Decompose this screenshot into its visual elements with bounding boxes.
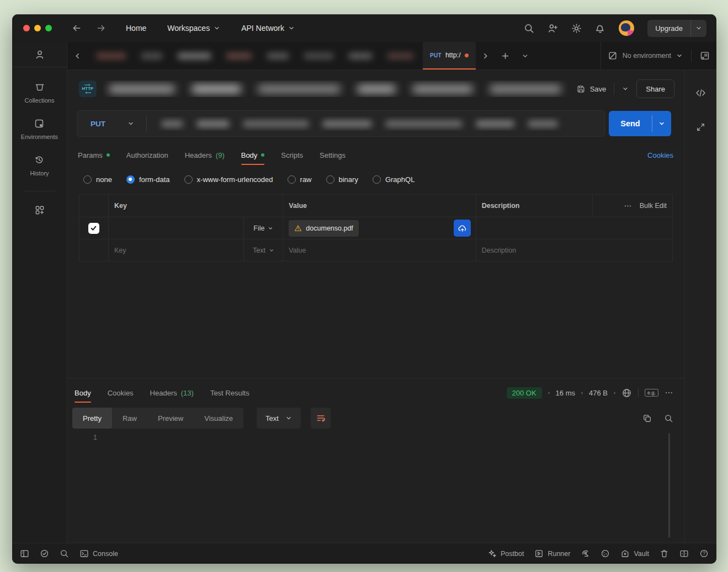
- more-options-icon[interactable]: [665, 388, 673, 397]
- search-icon[interactable]: [664, 414, 673, 423]
- tab-params[interactable]: Params: [78, 151, 110, 159]
- type-select[interactable]: File: [244, 217, 283, 239]
- radio-binary[interactable]: binary: [326, 175, 358, 184]
- sidebar-item-history[interactable]: History: [30, 154, 49, 177]
- radio-graphql[interactable]: GraphQL: [373, 175, 415, 184]
- next-tab-icon[interactable]: [476, 42, 496, 70]
- add-tools-icon[interactable]: [34, 205, 45, 216]
- checkpoint-icon[interactable]: [40, 549, 49, 558]
- view-raw[interactable]: Raw: [112, 408, 147, 429]
- active-request-tab[interactable]: PUT http:/: [423, 42, 476, 70]
- settings-icon[interactable]: [571, 23, 582, 34]
- search-icon[interactable]: [60, 549, 69, 558]
- upgrade-button[interactable]: Upgrade: [647, 20, 706, 37]
- zoom-window-button[interactable]: [45, 25, 52, 31]
- api-network-menu[interactable]: API Network: [241, 24, 295, 33]
- back-icon[interactable]: [72, 23, 82, 33]
- radio-raw[interactable]: raw: [288, 175, 312, 184]
- copy-icon[interactable]: [642, 414, 652, 423]
- environment-selector[interactable]: No environment: [623, 52, 671, 60]
- close-window-button[interactable]: [23, 25, 30, 31]
- cookies-link[interactable]: Cookies: [647, 151, 673, 159]
- invite-user-icon[interactable]: [548, 23, 558, 34]
- cookies-icon[interactable]: [601, 549, 610, 558]
- workspaces-menu[interactable]: Workspaces: [167, 24, 220, 33]
- runner-button[interactable]: Runner: [534, 549, 570, 558]
- sidebar-item-collections[interactable]: Collections: [25, 82, 55, 104]
- save-button[interactable]: Save: [590, 85, 607, 93]
- send-button[interactable]: Send: [609, 111, 671, 136]
- method-selector[interactable]: PUT: [77, 120, 105, 128]
- language-select[interactable]: Text: [257, 408, 301, 429]
- environment-chevron-icon[interactable]: [676, 52, 683, 59]
- upgrade-options-chevron-icon[interactable]: [691, 25, 706, 31]
- user-icon[interactable]: [34, 49, 45, 60]
- row-checkbox-cell[interactable]: [79, 217, 109, 239]
- value-cell[interactable]: Value: [283, 239, 476, 261]
- upload-file-button[interactable]: [454, 220, 471, 237]
- tab-headers[interactable]: Headers(9): [185, 151, 225, 159]
- tab-authorization[interactable]: Authorization: [126, 151, 168, 159]
- send-options-chevron-icon[interactable]: [652, 111, 671, 136]
- redacted-tabs[interactable]: [87, 42, 423, 70]
- code-snippet-icon[interactable]: [695, 88, 706, 98]
- scrollbar[interactable]: [668, 433, 670, 538]
- expand-icon[interactable]: [696, 122, 705, 132]
- response-tab-test-results[interactable]: Test Results: [210, 389, 249, 397]
- prev-tab-icon[interactable]: [67, 42, 87, 70]
- response-tab-headers[interactable]: Headers(13): [150, 389, 194, 397]
- help-icon[interactable]: ?: [699, 549, 709, 558]
- wrap-lines-icon[interactable]: [311, 408, 331, 429]
- row-checkbox-cell[interactable]: [79, 239, 109, 261]
- response-size[interactable]: 476 B: [589, 389, 608, 397]
- type-select[interactable]: Text: [244, 239, 283, 261]
- description-cell[interactable]: [476, 217, 672, 239]
- status-badge[interactable]: 200 OK: [507, 387, 542, 399]
- tab-scripts[interactable]: Scripts: [281, 151, 303, 159]
- view-preview[interactable]: Preview: [147, 408, 194, 429]
- key-cell[interactable]: Key: [109, 239, 245, 261]
- checkbox-checked-icon[interactable]: [88, 223, 99, 234]
- vault-button[interactable]: Vault: [620, 549, 649, 558]
- radio-x-www-form-urlencoded[interactable]: x-www-form-urlencoded: [184, 175, 273, 184]
- save-as-example-icon[interactable]: e.g.: [645, 389, 658, 397]
- two-pane-icon[interactable]: [679, 549, 689, 558]
- toggle-sidebar-icon[interactable]: [20, 549, 29, 558]
- view-visualize[interactable]: Visualize: [194, 408, 243, 429]
- capture-requests-icon[interactable]: [581, 549, 590, 558]
- response-time[interactable]: 16 ms: [556, 389, 575, 397]
- radio-form-data[interactable]: form-data: [126, 175, 170, 184]
- file-chip[interactable]: documenso.pdf: [289, 220, 358, 237]
- postbot-button[interactable]: Postbot: [487, 549, 524, 558]
- value-cell[interactable]: documenso.pdf: [283, 217, 476, 239]
- trash-icon[interactable]: [660, 549, 669, 558]
- response-tab-cookies[interactable]: Cookies: [108, 389, 134, 397]
- forward-icon[interactable]: [96, 23, 106, 33]
- redacted-url-input[interactable]: [157, 116, 594, 131]
- radio-none[interactable]: none: [83, 175, 112, 184]
- sidebar-item-environments[interactable]: Environments: [21, 118, 58, 140]
- notifications-icon[interactable]: [595, 23, 605, 34]
- redacted-request-name[interactable]: [103, 81, 570, 97]
- console-button[interactable]: Console: [79, 549, 118, 558]
- save-options-icon[interactable]: [622, 85, 629, 92]
- more-options-icon[interactable]: [624, 202, 632, 210]
- environment-quick-look-icon[interactable]: [700, 51, 710, 61]
- select-all-cell[interactable]: [79, 195, 109, 217]
- share-button[interactable]: Share: [636, 79, 674, 98]
- tab-body[interactable]: Body: [241, 151, 265, 159]
- network-icon[interactable]: [621, 388, 632, 398]
- minimize-window-button[interactable]: [34, 25, 41, 31]
- key-cell[interactable]: [109, 217, 245, 239]
- response-tab-body[interactable]: Body: [75, 389, 91, 397]
- bulk-edit-button[interactable]: Bulk Edit: [640, 202, 667, 210]
- search-icon[interactable]: [524, 23, 534, 34]
- tab-options-icon[interactable]: [516, 42, 535, 70]
- add-tab-icon[interactable]: [496, 42, 516, 70]
- tab-settings[interactable]: Settings: [320, 151, 346, 159]
- view-pretty[interactable]: Pretty: [72, 408, 112, 429]
- description-cell[interactable]: Description: [476, 239, 672, 261]
- avatar[interactable]: [619, 20, 634, 36]
- home-nav[interactable]: Home: [126, 24, 146, 33]
- method-chevron-icon[interactable]: [127, 120, 134, 127]
